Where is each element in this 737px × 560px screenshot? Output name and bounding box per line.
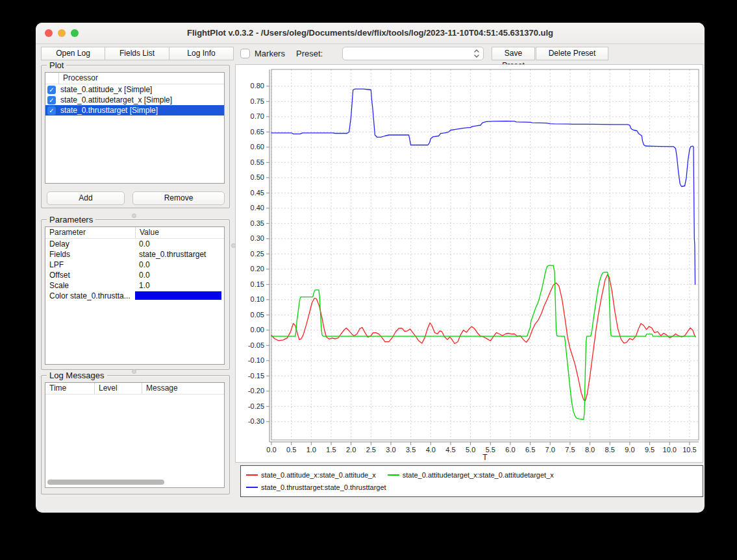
minimize-button[interactable]	[58, 29, 66, 37]
svg-text:-0.05: -0.05	[248, 341, 264, 349]
svg-text:-0.20: -0.20	[248, 387, 264, 395]
svg-text:-0.25: -0.25	[248, 402, 264, 410]
log-messages-group: Log Messages Time Level Message	[41, 375, 230, 494]
legend-entry: state_0.thrusttarget:state_0.thrusttarge…	[246, 481, 386, 493]
svg-text:-0.10: -0.10	[248, 356, 264, 364]
window-title: FlightPlot v.0.3.2 - /Users/oleg/Documen…	[36, 23, 705, 43]
value-column-header: Value	[135, 227, 224, 238]
svg-text:10.0: 10.0	[663, 446, 677, 454]
open-log-button[interactable]: Open Log	[41, 47, 105, 60]
series-line	[271, 274, 695, 401]
svg-text:1.5: 1.5	[326, 446, 336, 454]
parameters-table[interactable]: Parameter Value Delay0.0Fieldsstate_0.th…	[45, 226, 225, 365]
markers-checkbox[interactable]	[240, 49, 250, 58]
svg-text:0.75: 0.75	[251, 97, 264, 105]
preset-combobox[interactable]	[342, 47, 484, 60]
parameter-value: 0.0	[135, 260, 224, 270]
legend-entry: state_0.attitudetarget_x:state_0.attitud…	[388, 469, 554, 481]
parameter-row-color[interactable]: Color state_0.thrustta...	[45, 291, 224, 301]
plot-list-item[interactable]: ✓state_0.attitude_x [Simple]	[45, 84, 224, 95]
combobox-stepper-icon[interactable]	[472, 48, 481, 59]
plot-item-label: state_0.attitude_x [Simple]	[60, 85, 152, 94]
svg-text:0.45: 0.45	[251, 189, 264, 197]
series-line	[271, 265, 695, 419]
svg-text:4.5: 4.5	[445, 446, 455, 454]
parameter-row[interactable]: Fieldsstate_0.thrusttarget	[45, 249, 224, 260]
parameters-group-title: Parameters	[47, 215, 95, 225]
close-button[interactable]	[45, 29, 53, 37]
svg-text:3.0: 3.0	[386, 446, 395, 454]
splitter-handle[interactable]	[132, 369, 136, 374]
splitter-handle[interactable]	[132, 213, 136, 218]
horizontal-scrollbar[interactable]	[47, 480, 164, 485]
svg-text:0.05: 0.05	[251, 311, 264, 319]
parameter-row[interactable]: Offset0.0	[45, 270, 224, 280]
svg-text:7.0: 7.0	[545, 446, 555, 454]
plot-item-label: state_0.thrusttarget [Simple]	[60, 106, 158, 115]
svg-text:2.0: 2.0	[346, 446, 356, 454]
parameter-row[interactable]: LPF0.0	[45, 260, 224, 270]
color-swatch[interactable]	[135, 291, 221, 300]
svg-text:0.40: 0.40	[251, 204, 264, 212]
legend-entry: state_0.attitude_x:state_0.attitude_x	[246, 469, 376, 481]
legend-label: state_0.attitude_x:state_0.attitude_x	[261, 471, 376, 479]
plot-list-item[interactable]: ✓state_0.thrusttarget [Simple]	[45, 105, 224, 116]
parameter-row[interactable]: Delay0.0	[45, 239, 224, 249]
checked-checkbox-icon[interactable]: ✓	[47, 106, 56, 115]
svg-text:0.55: 0.55	[251, 158, 264, 166]
svg-text:0.15: 0.15	[251, 280, 264, 288]
svg-text:9.0: 9.0	[625, 446, 634, 454]
legend-label: state_0.attitudetarget_x:state_0.attitud…	[403, 471, 554, 479]
svg-text:0.70: 0.70	[251, 112, 264, 120]
fields-list-button[interactable]: Fields List	[105, 47, 169, 60]
parameter-value: 0.0	[135, 239, 224, 249]
parameter-row[interactable]: Scale1.0	[45, 280, 224, 291]
level-column-header: Level	[94, 383, 142, 394]
title-bar[interactable]: FlightPlot v.0.3.2 - /Users/oleg/Documen…	[36, 23, 705, 44]
log-info-button[interactable]: Log Info	[169, 47, 234, 60]
processor-column-header: Processor	[58, 73, 224, 84]
markers-label: Markers	[255, 47, 285, 60]
legend-color-dash	[388, 474, 399, 476]
save-preset-button[interactable]: Save Preset	[492, 47, 535, 60]
chart-legend: state_0.attitude_x:state_0.attitude_xsta…	[240, 465, 703, 497]
legend-label: state_0.thrusttarget:state_0.thrusttarge…	[261, 483, 386, 491]
add-button[interactable]: Add	[47, 191, 125, 205]
svg-text:3.5: 3.5	[406, 446, 416, 454]
parameter-value: state_0.thrusttarget	[135, 249, 224, 260]
svg-text:8.0: 8.0	[585, 446, 595, 454]
remove-button[interactable]: Remove	[132, 191, 225, 205]
svg-text:1.0: 1.0	[306, 446, 316, 454]
svg-text:0.65: 0.65	[251, 128, 264, 136]
processor-list[interactable]: Processor ✓state_0.attitude_x [Simple]✓s…	[45, 72, 225, 184]
svg-text:0.00: 0.00	[251, 326, 264, 334]
x-axis-label: T	[482, 453, 488, 462]
legend-color-dash	[246, 487, 258, 488]
svg-text:9.5: 9.5	[645, 446, 655, 454]
processor-checkbox-column	[45, 73, 58, 84]
chart-svg[interactable]: -0.30-0.25-0.20-0.15-0.10-0.050.000.050.…	[236, 65, 703, 462]
svg-text:0.10: 0.10	[251, 295, 264, 303]
svg-text:0.25: 0.25	[251, 250, 264, 258]
parameter-name: Scale	[45, 280, 135, 291]
parameter-column-header: Parameter	[45, 227, 135, 238]
delete-preset-button[interactable]: Delete Preset	[536, 47, 608, 60]
svg-text:-0.30: -0.30	[248, 417, 264, 425]
log-messages-group-title: Log Messages	[47, 371, 107, 380]
chart-panel[interactable]: -0.30-0.25-0.20-0.15-0.10-0.050.000.050.…	[235, 64, 703, 463]
svg-text:0.20: 0.20	[251, 265, 264, 273]
parameter-value: 0.0	[135, 270, 224, 280]
svg-text:0.35: 0.35	[251, 219, 264, 227]
message-column-header: Message	[142, 383, 224, 394]
checked-checkbox-icon[interactable]: ✓	[47, 96, 56, 104]
svg-text:2.5: 2.5	[366, 446, 376, 454]
svg-text:6.5: 6.5	[525, 446, 535, 454]
parameter-name: Fields	[45, 249, 135, 260]
plot-list-item[interactable]: ✓state_0.attitudetarget_x [Simple]	[45, 95, 224, 105]
checked-checkbox-icon[interactable]: ✓	[47, 86, 56, 94]
zoom-button[interactable]	[71, 29, 79, 37]
svg-text:0.80: 0.80	[251, 82, 264, 90]
parameter-name: Delay	[45, 239, 135, 249]
log-messages-table[interactable]: Time Level Message	[45, 382, 225, 488]
parameter-name: LPF	[45, 260, 135, 270]
